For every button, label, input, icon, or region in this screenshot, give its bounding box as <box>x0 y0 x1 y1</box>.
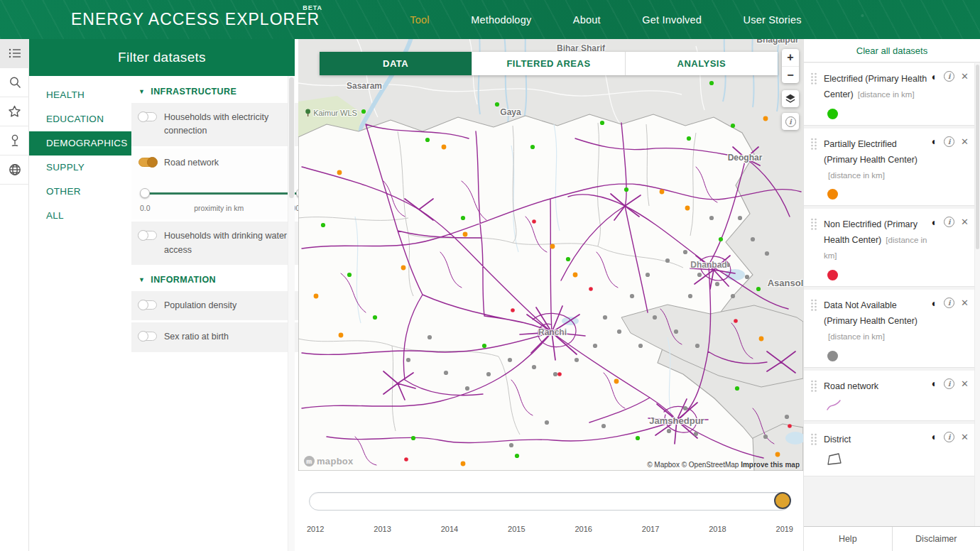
zoom-in-button[interactable]: + <box>782 49 799 66</box>
timeline-track[interactable] <box>309 492 790 511</box>
legend-swatch-line <box>825 398 842 412</box>
toggle-off[interactable] <box>138 332 157 341</box>
collapse-triangle-icon[interactable]: ▼ <box>138 88 145 95</box>
filter-panel-scrollbar[interactable] <box>288 76 295 551</box>
contrast-icon[interactable]: ◐ <box>932 72 937 82</box>
category-health[interactable]: HEALTH <box>29 83 131 107</box>
close-icon[interactable]: ✕ <box>961 137 969 146</box>
close-icon[interactable]: ✕ <box>961 298 969 307</box>
nav-get-involved[interactable]: Get Involved <box>642 14 702 26</box>
star-icon[interactable] <box>0 97 29 126</box>
card-unit: [distance in km] <box>828 171 885 180</box>
card-data-not-available-phc: ◐ i ✕ Data Not Available (Primary Health… <box>804 290 974 368</box>
legend-swatch-circle <box>827 270 838 280</box>
contrast-icon[interactable]: ◐ <box>932 378 937 388</box>
disclaimer-button[interactable]: Disclaimer <box>892 527 980 551</box>
card-title: District <box>824 435 851 444</box>
slider-min-value: 0.0 <box>140 204 151 212</box>
nav-tool[interactable]: Tool <box>410 14 429 26</box>
app-header: ENERGY ACCESS EXPLORER BETA Tool Methodo… <box>0 0 980 39</box>
map-container[interactable]: Bhagalpur Bihar Sharif Sasaram Kaimur WL… <box>298 39 803 471</box>
tab-filtered-areas[interactable]: FILTERED AREAS <box>472 52 624 75</box>
year-label: 2019 <box>776 525 793 533</box>
toggle-on[interactable] <box>138 158 157 167</box>
nav-user-stories[interactable]: User Stories <box>744 14 802 26</box>
pin-icon[interactable] <box>0 126 29 156</box>
info-icon[interactable]: i <box>944 298 954 308</box>
clear-all-datasets-button[interactable]: Clear all datasets <box>804 39 980 62</box>
toggle-off[interactable] <box>138 300 157 310</box>
timeline-handle[interactable] <box>774 492 791 509</box>
info-icon[interactable]: i <box>944 136 954 147</box>
info-icon[interactable]: i <box>944 432 954 442</box>
energy-access-explorer-app: ENERGY ACCESS EXPLORER BETA Tool Methodo… <box>0 0 980 551</box>
category-other[interactable]: OTHER <box>29 180 131 204</box>
year-label: 2012 <box>307 525 324 533</box>
info-icon[interactable]: i <box>782 113 799 130</box>
year-label: 2016 <box>575 525 592 533</box>
category-supply[interactable]: SUPPLY <box>29 156 131 180</box>
globe-icon[interactable] <box>0 156 29 185</box>
tab-data[interactable]: DATA <box>320 52 472 75</box>
drag-handle-icon[interactable] <box>810 433 817 449</box>
category-all[interactable]: ALL <box>29 204 131 228</box>
card-title: Data Not Available (Primary Health Cente… <box>824 300 918 326</box>
nav-about[interactable]: About <box>573 14 601 26</box>
legend-swatch-circle <box>827 189 838 200</box>
right-panel-scrollbar[interactable] <box>974 63 980 526</box>
map-info-control: i <box>782 113 799 130</box>
contrast-icon[interactable]: ◐ <box>932 432 937 442</box>
drag-handle-icon[interactable] <box>810 138 817 153</box>
improve-map-link[interactable]: Improve this map <box>741 461 800 469</box>
card-title: Road network <box>824 381 878 391</box>
help-button[interactable]: Help <box>804 527 892 551</box>
slider-knob-min[interactable] <box>140 188 150 198</box>
dataset-label: Sex ratio at birth <box>164 330 229 344</box>
drag-handle-icon[interactable] <box>810 380 817 395</box>
close-icon[interactable]: ✕ <box>961 72 969 81</box>
contrast-icon[interactable]: ◐ <box>932 136 937 146</box>
legend-swatch-circle <box>827 109 838 119</box>
close-icon[interactable]: ✕ <box>961 217 969 227</box>
dataset-label: Population density <box>164 299 236 312</box>
card-non-electrified-phc: ◐ i ✕ Non Electrified (Primary Health Ce… <box>804 209 974 287</box>
app-logo: ENERGY ACCESS EXPLORER BETA <box>71 10 320 29</box>
top-nav: Tool Methodology About Get Involved User… <box>389 0 822 39</box>
tab-analysis[interactable]: ANALYSIS <box>625 52 778 75</box>
map-canvas[interactable] <box>298 39 803 471</box>
layers-icon[interactable] <box>782 90 799 107</box>
close-icon[interactable]: ✕ <box>961 432 969 442</box>
drag-handle-icon[interactable] <box>810 72 817 88</box>
card-road-network: ◐ i ✕ Road network <box>804 371 974 421</box>
info-icon[interactable]: i <box>944 217 954 227</box>
contrast-icon[interactable]: ◐ <box>932 298 937 308</box>
map-attribution: © Mapbox © OpenStreetMap Improve this ma… <box>647 461 800 469</box>
legend-swatch-polygon <box>825 450 844 467</box>
info-icon[interactable]: i <box>944 378 954 389</box>
slider-track[interactable] <box>140 189 306 198</box>
drag-handle-icon[interactable] <box>810 299 817 315</box>
close-icon[interactable]: ✕ <box>961 379 969 388</box>
card-title: Partially Electrified (Primary Health Ce… <box>824 139 918 165</box>
zoom-out-button[interactable]: − <box>782 66 799 83</box>
card-electrified-phc: ◐ i ✕ Electrified (Primary Health Center… <box>804 63 974 126</box>
toggle-off[interactable] <box>138 231 157 240</box>
contrast-icon[interactable]: ◐ <box>932 217 937 227</box>
state-region <box>298 114 768 471</box>
toggle-off[interactable] <box>138 112 157 121</box>
year-label: 2015 <box>508 525 525 533</box>
list-icon[interactable] <box>0 39 29 68</box>
dataset-label: Households with drinking water access <box>164 229 298 257</box>
category-list: HEALTH EDUCATION DEMOGRAPHICS SUPPLY OTH… <box>29 76 131 551</box>
info-icon[interactable]: i <box>944 71 954 82</box>
filter-datasets-panel: Filter datasets HEALTH EDUCATION DEMOGRA… <box>29 39 295 551</box>
nav-methodology[interactable]: Methodology <box>471 14 531 26</box>
timeline-year-labels: 2012 2013 2014 2015 2016 2017 2018 2019 <box>307 525 793 533</box>
mapbox-wordmark[interactable]: m mapbox <box>304 456 354 467</box>
drag-handle-icon[interactable] <box>810 218 817 234</box>
beta-badge: BETA <box>303 4 322 11</box>
category-demographics[interactable]: DEMOGRAPHICS <box>29 131 131 156</box>
search-icon[interactable] <box>0 68 29 97</box>
collapse-triangle-icon[interactable]: ▼ <box>138 276 145 283</box>
category-education[interactable]: EDUCATION <box>29 107 131 131</box>
